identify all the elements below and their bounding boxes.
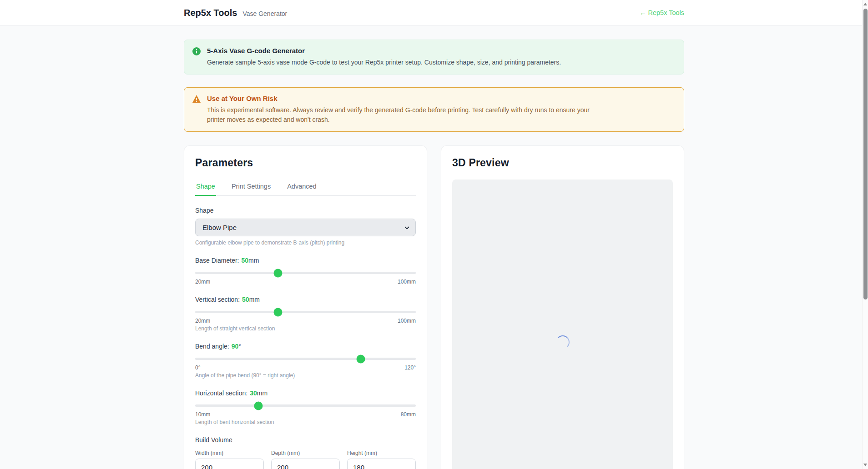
bend-angle-slider[interactable] [195, 358, 416, 360]
horizontal-section-slider[interactable] [195, 404, 416, 407]
range-max: 80mm [401, 411, 416, 418]
app-header: Rep5x Tools Vase Generator ← Rep5x Tools [0, 0, 868, 26]
vertical-section-hint: Length of straight vertical section [195, 325, 416, 332]
shape-hint: Configurable elbow pipe to demonstrate B… [195, 239, 416, 246]
preview-card: 3D Preview [441, 145, 684, 469]
brand-block: Rep5x Tools Vase Generator [184, 8, 287, 18]
range-min: 10mm [195, 411, 210, 418]
base-diameter-label: Base Diameter:50mm [195, 257, 416, 264]
range-min: 0° [195, 364, 200, 371]
warning-icon [192, 95, 201, 125]
tab-advanced[interactable]: Advanced [286, 180, 318, 196]
vertical-section-slider-thumb[interactable] [273, 308, 282, 316]
range-max: 100mm [398, 279, 416, 285]
shape-select[interactable]: Elbow Pipe [195, 219, 416, 236]
horizontal-section-label: Horizontal section:30mm [195, 389, 416, 397]
build-volume-width-field: Width (mm) [195, 446, 264, 469]
scrollbar-down-arrow-icon[interactable] [863, 464, 867, 466]
shape-label: Shape [195, 207, 416, 214]
info-banner-description: Generate sample 5-axis vase mode G-code … [207, 58, 561, 67]
range-max: 100mm [398, 318, 416, 324]
height-input[interactable] [347, 459, 416, 469]
width-input[interactable] [195, 459, 264, 469]
slider-group-vertical-section: Vertical section:50mm 20mm 100mm Length … [195, 296, 416, 332]
depth-label: Depth (mm) [271, 450, 340, 456]
slider-group-base-diameter: Base Diameter:50mm 20mm 100mm [195, 257, 416, 285]
range-max: 120° [404, 364, 416, 371]
horizontal-section-range: 10mm 80mm [195, 411, 416, 418]
bend-angle-slider-thumb[interactable] [356, 354, 365, 363]
bend-angle-label: Bend angle:90° [195, 343, 416, 350]
app-subtitle: Vase Generator [242, 10, 287, 17]
vertical-section-range: 20mm 100mm [195, 318, 416, 324]
build-volume-depth-field: Depth (mm) [271, 446, 340, 469]
parameters-card: Parameters Shape Print Settings Advanced… [184, 145, 427, 469]
horizontal-section-slider-thumb[interactable] [254, 401, 262, 410]
info-icon [192, 47, 201, 67]
vertical-scrollbar[interactable] [862, 0, 868, 469]
info-banner: 5-Axis Vase G-code Generator Generate sa… [184, 40, 684, 75]
warning-banner-title: Use at Your Own Risk [207, 95, 598, 102]
depth-input[interactable] [271, 459, 340, 469]
build-volume-grid: Width (mm) Depth (mm) Height (mm) [195, 446, 416, 469]
slider-group-bend-angle: Bend angle:90° 0° 120° Angle of the pipe… [195, 343, 416, 379]
horizontal-section-hint: Length of bent horizontal section [195, 419, 416, 425]
app-title: Rep5x Tools [184, 8, 237, 18]
preview-title: 3D Preview [452, 157, 673, 169]
height-label: Height (mm) [347, 450, 416, 456]
info-banner-title: 5-Axis Vase G-code Generator [207, 47, 561, 55]
info-banner-body: 5-Axis Vase G-code Generator Generate sa… [207, 47, 561, 67]
warning-banner: Use at Your Own Risk This is experimenta… [184, 87, 684, 132]
parameters-tabs: Shape Print Settings Advanced [195, 180, 416, 196]
parameters-title: Parameters [195, 157, 416, 169]
build-volume-label: Build Volume [195, 436, 416, 444]
tab-shape[interactable]: Shape [195, 180, 216, 196]
vertical-section-slider[interactable] [195, 311, 416, 313]
shape-select-wrap: Elbow Pipe [195, 219, 416, 236]
bend-angle-hint: Angle of the pipe bend (90° = right angl… [195, 372, 416, 379]
range-min: 20mm [195, 318, 210, 324]
scrollbar-thumb[interactable] [863, 9, 868, 299]
bend-angle-range: 0° 120° [195, 364, 416, 371]
width-label: Width (mm) [195, 450, 264, 456]
warning-banner-description: This is experimental software. Always re… [207, 105, 598, 125]
base-diameter-slider[interactable] [195, 272, 416, 274]
back-to-tools-link[interactable]: ← Rep5x Tools [640, 9, 684, 16]
vertical-section-label: Vertical section:50mm [195, 296, 416, 303]
slider-group-horizontal-section: Horizontal section:30mm 10mm 80mm Length… [195, 389, 416, 425]
tab-print-settings[interactable]: Print Settings [231, 180, 272, 196]
base-diameter-slider-thumb[interactable] [273, 269, 282, 277]
range-min: 20mm [195, 279, 210, 285]
preview-viewport[interactable] [452, 180, 673, 469]
scrollbar-up-arrow-icon[interactable] [863, 3, 867, 5]
loading-spinner-icon [556, 335, 570, 349]
base-diameter-range: 20mm 100mm [195, 279, 416, 285]
build-volume-height-field: Height (mm) [347, 446, 416, 469]
warning-banner-body: Use at Your Own Risk This is experimenta… [207, 95, 598, 125]
